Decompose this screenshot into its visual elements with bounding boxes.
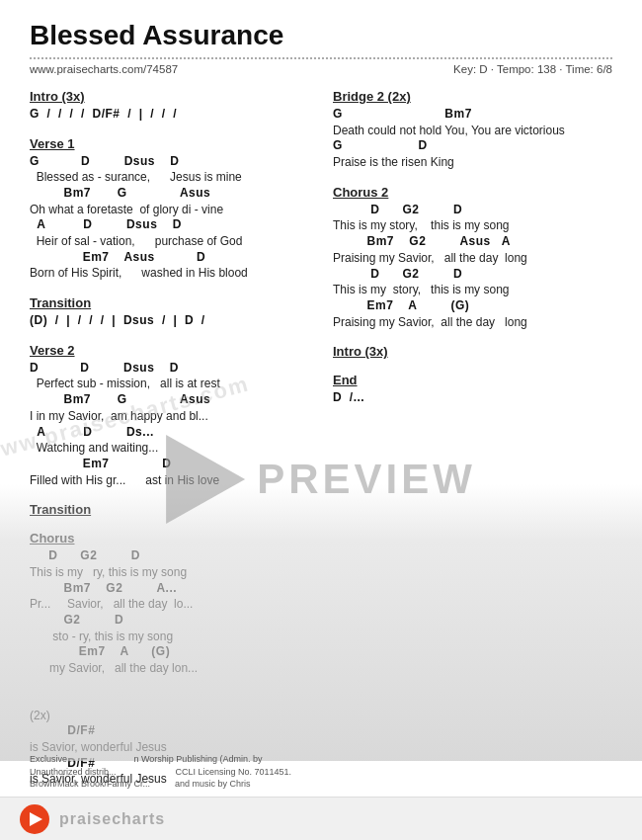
lyric-line: Death could not hold You, You are victor… <box>333 123 612 139</box>
gray-overlay <box>0 484 642 761</box>
footer: praisecharts <box>0 797 642 840</box>
lyric-line: Oh what a foretaste of glory di - vine <box>30 202 309 218</box>
copyright-line2: Unauthorized distrib... CCLI Licensing N… <box>30 766 612 779</box>
section-title-intro: Intro (3x) <box>30 89 309 104</box>
chord-line: D G2 D <box>333 203 612 218</box>
chord-line: G D <box>333 138 612 154</box>
chord-line: Bm7 G Asus <box>30 186 309 202</box>
copyright-area: Exclusive... n Worship Publishing (Admin… <box>0 753 642 791</box>
page-title: Blessed Assurance <box>30 20 612 51</box>
section-title-end: End <box>333 373 612 387</box>
meta-row: www.praisecharts.com/74587 Key: D · Temp… <box>30 63 612 75</box>
section-end: End D /... <box>333 373 612 406</box>
url-link[interactable]: www.praisecharts.com/74587 <box>30 63 178 75</box>
lyric-line: Praising my Savior, all the day long <box>333 250 612 267</box>
chord-line: A D Dsus D <box>30 217 309 233</box>
section-intro: Intro (3x) G / / / / D/F# / | / / / <box>30 89 309 123</box>
footer-logo[interactable] <box>20 804 49 834</box>
lyric-line: Blessed as - surance, Jesus is mine <box>30 169 309 186</box>
lyric-line: Heir of sal - vation, purchase of God <box>30 233 309 250</box>
key-tempo-time: Key: D · Tempo: 138 · Time: 6/8 <box>453 63 612 75</box>
chord-line: Bm7 G2 Asus A <box>333 234 612 250</box>
section-transition: Transition (D) / | / / / | Dsus / | D / <box>30 295 309 329</box>
copyright-line3: Brown/Mack Brook/Fanny Cr... and music b… <box>30 778 612 791</box>
lyric-line: Born of His Spirit, washed in His blood <box>30 265 309 282</box>
lyric-line: This is my story, this is my song <box>333 217 612 234</box>
preview-badge: PREVIEW <box>166 435 476 524</box>
chord-line: G Bm7 <box>333 107 612 123</box>
section-title-verse1: Verse 1 <box>30 136 309 151</box>
section-title-verse2: Verse 2 <box>30 343 309 358</box>
play-triangle-icon <box>30 812 42 826</box>
play-icon <box>166 435 245 524</box>
section-bridge2: Bridge 2 (2x) G Bm7 Death could not hold… <box>333 89 612 171</box>
section-verse1: Verse 1 G D Dsus D Blessed as - surance,… <box>30 136 309 283</box>
title-divider <box>30 57 612 59</box>
chord-line: D G2 D <box>333 267 612 283</box>
footer-brand: praisecharts <box>59 810 165 828</box>
chord-line: G / / / / D/F# / | / / / <box>30 107 309 123</box>
chord-line: D /... <box>333 390 612 406</box>
lyric-line: Praise is the risen King <box>333 154 612 171</box>
preview-label: PREVIEW <box>257 456 476 503</box>
chord-line: Em7 Asus D <box>30 250 309 266</box>
section-title-chorus2: Chorus 2 <box>333 185 612 200</box>
section-title-transition: Transition <box>30 295 309 310</box>
chord-line: G D Dsus D <box>30 154 309 170</box>
chord-line: (D) / | / / / | Dsus / | D / <box>30 313 309 329</box>
copyright-line1: Exclusive... n Worship Publishing (Admin… <box>30 753 612 766</box>
section-title-bridge2: Bridge 2 (2x) <box>333 89 612 104</box>
